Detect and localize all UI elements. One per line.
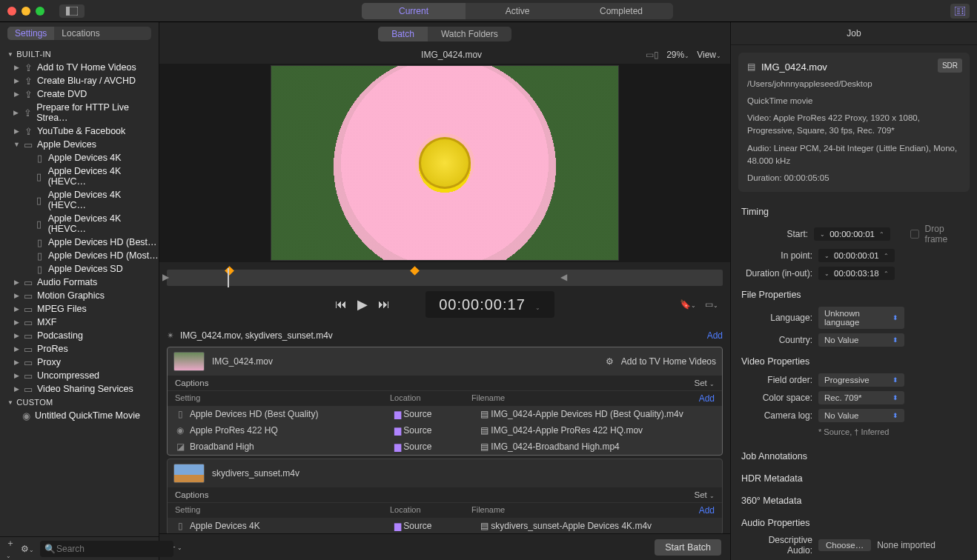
- preset-group[interactable]: ▶▭Motion Graphics: [0, 289, 159, 302]
- compare-icon[interactable]: ▭▯: [646, 50, 659, 60]
- folder-icon: ▭: [23, 317, 33, 327]
- job-add-button[interactable]: Add: [699, 393, 715, 404]
- job-filename: IMG_0424.mov: [212, 356, 598, 367]
- tab-active[interactable]: Active: [466, 3, 569, 19]
- zoom-menu[interactable]: 29%⌄: [666, 50, 689, 60]
- tab-current[interactable]: Current: [362, 3, 466, 19]
- overlay-menu-button[interactable]: ▭⌄: [705, 299, 718, 310]
- preset-group[interactable]: ▶▭Audio Formats: [0, 276, 159, 289]
- close-window-button[interactable]: [7, 7, 16, 16]
- tab-watch-folders[interactable]: Watch Folders: [428, 27, 511, 41]
- preset-group[interactable]: ▶▭ProRes: [0, 342, 159, 356]
- inspector-toggle-button[interactable]: [950, 4, 970, 19]
- timecode-display[interactable]: 00:00:00:17 ⌄: [425, 291, 554, 318]
- country-select[interactable]: No Value⬍: [818, 333, 904, 347]
- section-hdr-metadata[interactable]: HDR Metadata: [731, 466, 977, 488]
- preset-group[interactable]: ▶▭Video Sharing Services: [0, 382, 159, 396]
- tree-section-custom[interactable]: ▼CUSTOM: [0, 396, 159, 409]
- video-icon: ◪: [175, 441, 185, 452]
- timeline[interactable]: ▶ ◀: [167, 270, 723, 286]
- preview-header: IMG_0424.mov ▭▯ 29%⌄ View⌄: [159, 46, 730, 64]
- gear-icon[interactable]: ⚙: [606, 356, 614, 367]
- tab-completed[interactable]: Completed: [569, 3, 673, 19]
- preset-group[interactable]: ▶⇪Add to TV Home Videos: [0, 61, 159, 74]
- zoom-window-button[interactable]: [36, 7, 44, 16]
- output-row[interactable]: ▯Apple Devices 4K ▆ Source ▤ skydivers_s…: [168, 518, 722, 533]
- captions-set-menu[interactable]: Set ⌄: [695, 379, 715, 387]
- preset-group[interactable]: ▶▭MPEG Files: [0, 302, 159, 316]
- tree-section-builtin[interactable]: ▼BUILT-IN: [0, 47, 159, 61]
- output-row[interactable]: ◉Apple ProRes 422 HQ ▆ Source ▤ IMG_0424…: [168, 422, 722, 439]
- tab-locations[interactable]: Locations: [54, 27, 107, 40]
- folder-icon: ▆: [394, 409, 401, 419]
- preview-frame: [271, 65, 619, 261]
- output-row[interactable]: ◪Broadband High ▆ Source ▤ IMG_0424-Broa…: [168, 439, 722, 455]
- window-controls: [7, 7, 44, 16]
- section-job-annotations[interactable]: Job Annotations: [731, 444, 977, 466]
- section-audio-properties[interactable]: Audio Properties: [731, 510, 977, 533]
- none-imported-label: None imported: [877, 540, 935, 550]
- device-icon: ▯: [34, 219, 44, 229]
- preset-group[interactable]: ▶⇪Prepare for HTTP Live Strea…: [0, 101, 159, 124]
- settings-sidebar: Settings Locations ▼BUILT-IN ▶⇪Add to TV…: [0, 22, 159, 560]
- preset-item[interactable]: ▯Apple Devices 4K (HEVC…: [0, 164, 159, 188]
- preset-item[interactable]: ▯Apple Devices 4K (HEVC…: [0, 188, 159, 212]
- preset-item[interactable]: ▯Apple Devices SD: [0, 262, 159, 276]
- add-preset-button[interactable]: ＋⌄: [6, 537, 15, 560]
- preset-group-apple-devices[interactable]: ▼▭Apple Devices: [0, 138, 159, 151]
- view-menu[interactable]: View⌄: [697, 50, 721, 60]
- job-card[interactable]: skydivers_sunset.m4v CaptionsSet ⌄ Setti…: [167, 459, 723, 533]
- preset-custom-item[interactable]: ◉Untitled QuickTime Movie: [0, 409, 159, 422]
- folder-icon: ▆: [394, 441, 401, 452]
- preset-group[interactable]: ▶▭Uncompressed: [0, 369, 159, 382]
- video-note: * Source, † Inferred: [731, 424, 977, 444]
- preset-group[interactable]: ▶▭MXF: [0, 316, 159, 329]
- play-button[interactable]: ▶: [357, 296, 368, 313]
- captions-set-menu[interactable]: Set ⌄: [695, 490, 715, 499]
- out-handle[interactable]: ◀: [560, 272, 567, 282]
- preset-group[interactable]: ▶▭Podcasting: [0, 329, 159, 342]
- preset-group[interactable]: ▶⇪YouTube & Facebook: [0, 124, 159, 138]
- action-menu-button[interactable]: ⚙⌄: [21, 544, 34, 554]
- color-space-label: Color space:: [741, 393, 812, 403]
- preview-viewport[interactable]: [159, 64, 730, 262]
- prev-button[interactable]: ⏮: [335, 298, 347, 311]
- duration-timecode[interactable]: ⌄00:00:03:18⌃: [818, 267, 895, 280]
- choose-audio-button[interactable]: Choose…: [818, 539, 871, 551]
- language-select[interactable]: Unknown language⬍: [818, 307, 904, 329]
- titlebar: Current Active Completed: [0, 0, 977, 22]
- preset-group[interactable]: ▶⇪Create DVD: [0, 87, 159, 101]
- job-add-button[interactable]: Add: [699, 505, 715, 516]
- inpoint-timecode[interactable]: ⌄00:00:00:01⌃: [818, 249, 895, 262]
- presets-tree[interactable]: ▼BUILT-IN ▶⇪Add to TV Home Videos ▶⇪Crea…: [0, 44, 159, 536]
- preset-group[interactable]: ▶⇪Create Blu-ray / AVCHD: [0, 74, 159, 87]
- preset-item[interactable]: ▯Apple Devices 4K (HEVC…: [0, 212, 159, 236]
- in-handle[interactable]: ▶: [162, 272, 169, 282]
- next-button[interactable]: ⏭: [378, 298, 390, 311]
- minimize-window-button[interactable]: [21, 7, 30, 16]
- tab-settings[interactable]: Settings: [7, 27, 54, 40]
- preset-group[interactable]: ▶▭Proxy: [0, 356, 159, 369]
- output-row[interactable]: ▯Apple Devices HD (Best Quality) ▆ Sourc…: [168, 406, 722, 422]
- device-icon: ▯: [34, 237, 44, 247]
- start-timecode[interactable]: ⌄00:00:00:01⌃: [814, 227, 890, 241]
- search-input[interactable]: [40, 541, 173, 557]
- field-order-select[interactable]: Progressive⬍: [818, 373, 904, 387]
- camera-log-select[interactable]: No Value⬍: [818, 409, 904, 422]
- start-batch-button[interactable]: Start Batch: [655, 539, 721, 556]
- folder-icon: ▭: [23, 384, 33, 394]
- preset-item[interactable]: ▯Apple Devices HD (Most…: [0, 249, 159, 262]
- preset-item[interactable]: ▯Apple Devices HD (Best…: [0, 236, 159, 249]
- color-space-select[interactable]: Rec. 709*⬍: [818, 391, 904, 404]
- sidebar-toggle-button[interactable]: [59, 4, 85, 18]
- job-card[interactable]: IMG_0424.mov ⚙ Add to TV Home Videos Cap…: [167, 347, 723, 456]
- drop-frame-checkbox[interactable]: [910, 230, 918, 239]
- marker-menu-button[interactable]: 🔖⌄: [680, 299, 696, 310]
- preset-item[interactable]: ▯Apple Devices 4K: [0, 151, 159, 164]
- playhead[interactable]: [228, 268, 229, 287]
- tab-batch[interactable]: Batch: [378, 27, 428, 41]
- job-destination[interactable]: Add to TV Home Videos: [621, 356, 716, 367]
- batch-add-button[interactable]: Add: [707, 330, 723, 341]
- device-icon: ▯: [34, 264, 44, 274]
- section-360-metadata[interactable]: 360° Metadata: [731, 488, 977, 510]
